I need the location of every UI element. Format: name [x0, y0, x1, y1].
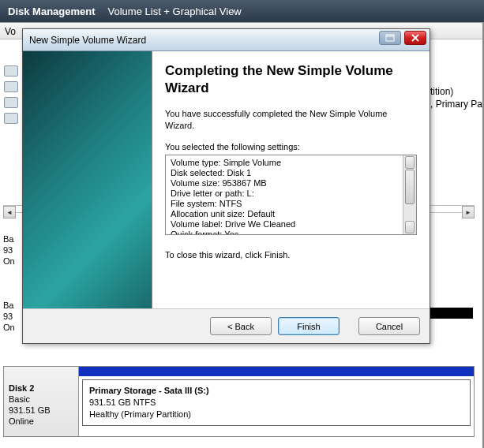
wizard-success-message: You have successfully completed the New … [165, 108, 417, 132]
drive-icon [4, 97, 18, 108]
setting-line: Quick format: Yes [171, 230, 398, 234]
disk-2-row[interactable]: Disk 2 Basic 931.51 GB Online Primary St… [3, 366, 475, 437]
settings-list: Volume type: Simple Volume Disk selected… [166, 155, 403, 234]
finish-button[interactable]: Finish [278, 317, 340, 335]
setting-line: Volume type: Simple Volume [171, 158, 398, 168]
summary-scrollbar[interactable] [403, 155, 416, 234]
help-icon [385, 34, 395, 42]
disk-status: Online [9, 416, 34, 426]
setting-line: Allocation unit size: Default [171, 209, 398, 219]
app-title: Disk Management [8, 6, 96, 17]
volume-icons [4, 65, 18, 124]
drive-icon [4, 113, 18, 124]
disk-2-volume[interactable]: Primary Storage - Sata III (S:) 931.51 G… [79, 367, 474, 436]
disk-name: Disk 2 [9, 383, 34, 393]
wizard-content: Completing the New Simple Volume Wizard … [152, 51, 430, 308]
wizard-title: New Simple Volume Wizard [29, 35, 146, 46]
help-button[interactable] [379, 31, 401, 45]
volume-color-band [79, 367, 474, 376]
volume-info: Primary Storage - Sata III (S:) 931.51 G… [82, 379, 471, 426]
volume-size-fs: 931.51 GB NTFS [89, 398, 156, 407]
disk-row-partial: Ba 93 On [3, 233, 21, 267]
volume-text-partial: tition) , Primary Pa [430, 85, 482, 110]
drive-icon [4, 81, 18, 92]
close-icon [411, 34, 419, 42]
wizard-close-instruction: To close this wizard, click Finish. [165, 249, 417, 261]
column-header-partial: Vo [5, 26, 16, 37]
view-mode: Volume List + Graphical View [108, 6, 242, 17]
disk-size: 931.51 GB [9, 405, 51, 415]
svg-rect-1 [386, 35, 394, 37]
wizard-settings-intro: You selected the following settings: [165, 141, 417, 153]
setting-line: File system: NTFS [171, 199, 398, 209]
setting-line: Volume label: Drive We Cleaned [171, 219, 398, 230]
wizard-footer: < Back Finish Cancel [23, 308, 430, 343]
settings-summary-box: Volume type: Simple Volume Disk selected… [165, 155, 417, 235]
wizard-titlebar[interactable]: New Simple Volume Wizard [23, 29, 430, 51]
volume-health: Healthy (Primary Partition) [89, 409, 191, 419]
disk-type: Basic [9, 394, 30, 404]
disk-2-label: Disk 2 Basic 931.51 GB Online [4, 367, 79, 436]
close-button[interactable] [404, 31, 426, 45]
wizard-dialog: New Simple Volume Wizard Completing the … [22, 28, 430, 344]
back-button[interactable]: < Back [210, 317, 272, 335]
drive-icon [4, 65, 18, 77]
wizard-heading: Completing the New Simple Volume Wizard [165, 62, 417, 97]
setting-line: Drive letter or path: L: [171, 189, 398, 199]
wizard-sidebar-graphic [23, 51, 152, 308]
setting-line: Volume size: 953867 MB [171, 178, 398, 189]
scrollbar-thumb[interactable] [405, 170, 415, 204]
scroll-left-icon[interactable]: ◄ [3, 206, 16, 218]
cancel-button[interactable]: Cancel [358, 317, 420, 335]
setting-line: Disk selected: Disk 1 [171, 168, 398, 178]
disk-row-partial: Ba 93 On [3, 300, 21, 333]
scroll-right-icon[interactable]: ► [462, 206, 475, 218]
volume-title: Primary Storage - Sata III (S:) [89, 386, 209, 395]
app-titlebar: Disk Management Volume List + Graphical … [0, 0, 484, 22]
